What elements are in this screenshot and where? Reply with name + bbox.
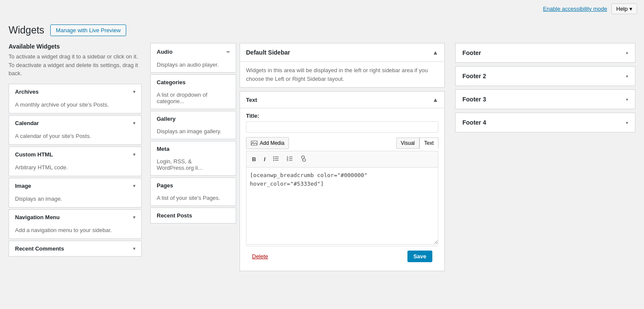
widget-pages[interactable]: Pages A list of your site's Pages. [150, 177, 236, 206]
recent-comments-chevron: ▾ [133, 246, 135, 251]
help-button[interactable]: Help ▾ [611, 3, 637, 14]
widget-audio[interactable]: Audio − Displays an audio player. [150, 43, 236, 73]
available-widgets-panel: Available Widgets To activate a widget d… [9, 43, 142, 258]
accessibility-link[interactable]: Enable accessibility mode [543, 6, 608, 12]
link-button[interactable] [298, 154, 310, 165]
footer-2-chevron: ▾ [626, 74, 628, 79]
format-toolbar: B I [246, 151, 438, 167]
svg-point-2 [273, 156, 274, 157]
footer-4-chevron: ▾ [626, 120, 628, 125]
bold-button[interactable]: B [249, 154, 259, 164]
default-sidebar-collapse-button[interactable]: ▲ [432, 49, 438, 56]
default-sidebar-area: Default Sidebar ▲ Widgets in this area w… [240, 43, 445, 275]
meta-desc: Login, RSS, & WordPress.org li... [151, 156, 236, 175]
svg-line-14 [303, 158, 304, 159]
image-chevron: ▾ [133, 184, 135, 188]
text-widget-title-label: Text [246, 97, 257, 103]
ul-icon [273, 156, 279, 162]
svg-text:3.: 3. [287, 159, 289, 162]
top-bar: Enable accessibility mode Help ▾ [0, 0, 644, 18]
save-button[interactable]: Save [407, 251, 432, 262]
page-title: Widgets [9, 24, 44, 36]
footer-areas-panel: Footer ▾ Footer 2 ▾ Footer 3 ▾ Footer 4 [455, 43, 635, 136]
archives-desc: A monthly archive of your site's Posts. [9, 99, 141, 113]
archives-chevron: ▾ [133, 89, 135, 94]
audio-minimize-button[interactable]: − [226, 48, 230, 55]
widget-calendar[interactable]: Calendar ▾ A calendar of your site's Pos… [9, 115, 142, 145]
ordered-list-button[interactable]: 1. 2. 3. [284, 154, 296, 165]
available-widgets-desc: To activate a widget drag it to a sideba… [9, 52, 142, 78]
page-header: Widgets Manage with Live Preview [9, 24, 635, 36]
available-widgets-heading: Available Widgets [9, 43, 142, 50]
widget-categories[interactable]: Categories A list or dropdown of categor… [150, 74, 236, 109]
widget-archives[interactable]: Archives ▾ A monthly archive of your sit… [9, 84, 142, 113]
widget-gallery[interactable]: Gallery Displays an image gallery. [150, 111, 236, 139]
calendar-desc: A calendar of your site's Posts. [9, 131, 141, 144]
footer-top-label: Footer [462, 49, 481, 56]
calendar-chevron: ▾ [133, 121, 135, 125]
text-editor-area[interactable]: [oceanwp_breadcrumb color="#000000" hove… [246, 167, 438, 245]
widget-meta[interactable]: Meta Login, RSS, & WordPress.org li... [150, 141, 236, 176]
widget-recent-comments[interactable]: Recent Comments ▾ [9, 241, 142, 257]
ol-icon: 1. 2. 3. [287, 156, 293, 162]
custom-html-desc: Arbitrary HTML code. [9, 162, 141, 176]
gallery-desc: Displays an image gallery. [151, 126, 236, 139]
editor-tabs: Visual Text [396, 138, 438, 149]
visual-tab[interactable]: Visual [396, 138, 419, 149]
text-widget-collapse-button[interactable]: ▲ [432, 96, 438, 104]
text-tab[interactable]: Text [419, 138, 438, 149]
title-field-label: Title: [246, 113, 438, 119]
navigation-menu-desc: Add a navigation menu to your sidebar. [9, 225, 141, 239]
footer-3-chevron: ▾ [626, 97, 628, 102]
widget-footer: Delete Save [246, 246, 438, 266]
footer-area-2[interactable]: Footer 2 ▾ [455, 66, 635, 86]
custom-html-chevron: ▾ [133, 152, 135, 157]
footer-4-label: Footer 4 [462, 119, 486, 126]
delete-link[interactable]: Delete [252, 253, 268, 260]
audio-desc: Displays an audio player. [151, 60, 236, 72]
pages-desc: A list of your site's Pages. [151, 193, 236, 205]
navigation-menu-chevron: ▾ [133, 215, 135, 220]
categories-desc: A list or dropdown of categorie... [151, 90, 236, 109]
footer-area-4[interactable]: Footer 4 ▾ [455, 113, 635, 132]
default-sidebar-description: Widgets in this area will be displayed i… [240, 62, 444, 87]
widget-image[interactable]: Image ▾ Displays an image. [9, 178, 142, 208]
live-preview-button[interactable]: Manage with Live Preview [50, 24, 126, 36]
widget-recent-posts[interactable]: Recent Posts [150, 208, 236, 223]
add-media-icon [251, 140, 258, 147]
widget-navigation-menu[interactable]: Navigation Menu ▾ Add a navigation menu … [9, 209, 142, 239]
default-sidebar-title: Default Sidebar [246, 49, 290, 56]
widget-custom-html[interactable]: Custom HTML ▾ Arbitrary HTML code. [9, 147, 142, 176]
add-media-button[interactable]: Add Media [246, 137, 289, 149]
italic-button[interactable]: I [261, 154, 268, 164]
footer-2-label: Footer 2 [462, 73, 486, 80]
footer-top-chevron: ▾ [626, 51, 628, 55]
title-field-input[interactable] [246, 121, 438, 133]
center-left-col: Audio − Displays an audio player. Catego… [150, 43, 236, 275]
footer-area-3[interactable]: Footer 3 ▾ [455, 89, 635, 109]
svg-rect-0 [251, 141, 257, 145]
image-desc: Displays an image. [9, 193, 141, 207]
default-sidebar-panel: Default Sidebar ▲ Widgets in this area w… [240, 43, 445, 88]
svg-point-4 [273, 160, 274, 161]
footer-3-label: Footer 3 [462, 96, 486, 103]
link-icon [301, 156, 307, 162]
text-widget-expanded: Text ▲ Title: [240, 91, 445, 271]
footer-area-top[interactable]: Footer ▾ [455, 43, 635, 63]
unordered-list-button[interactable] [270, 154, 282, 165]
svg-point-3 [273, 158, 274, 159]
